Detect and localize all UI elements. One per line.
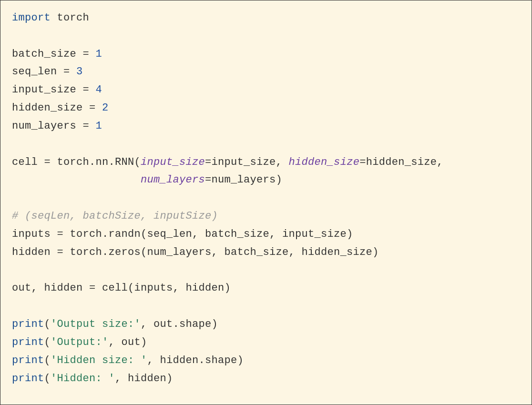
code-line-19: print('Output:', out) — [12, 336, 147, 348]
builtin-print: print — [12, 373, 44, 385]
eq-text: =hidden_size, — [359, 156, 443, 168]
keyword-import: import — [12, 12, 51, 24]
code-line-13: inputs = torch.randn(seq_len, batch_size… — [12, 228, 353, 240]
builtin-print: print — [12, 354, 44, 366]
assign-text: num_layers = — [12, 120, 96, 132]
rest-text: , out) — [109, 336, 147, 348]
code-line-7: num_layers = 1 — [12, 120, 102, 132]
code-line-4: seq_len = 3 — [12, 66, 83, 78]
paren: ( — [44, 336, 51, 348]
assign-text: seq_len = — [12, 66, 76, 78]
assign-text: batch_size = — [12, 48, 96, 60]
rest-text: , out.shape) — [141, 318, 218, 330]
builtin-print: print — [12, 336, 44, 348]
code-line-18: print('Output size:', out.shape) — [12, 318, 218, 330]
paren: ( — [44, 318, 51, 330]
string-literal: 'Hidden size: ' — [51, 354, 147, 366]
kwarg-hidden-size: hidden_size — [289, 156, 360, 168]
kwarg-input-size: input_size — [141, 156, 205, 168]
assign-text: input_size = — [12, 84, 96, 96]
number-literal: 1 — [96, 48, 102, 60]
code-line-3: batch_size = 1 — [12, 48, 102, 60]
call-pre: cell = torch.nn.RNN( — [12, 156, 141, 168]
code-line-14: hidden = torch.zeros(num_layers, batch_s… — [12, 246, 379, 258]
code-line-16: out, hidden = cell(inputs, hidden) — [12, 282, 231, 294]
builtin-print: print — [12, 318, 44, 330]
code-line-5: input_size = 4 — [12, 84, 102, 96]
code-line-12: # (seqLen, batchSize, inputSize) — [12, 210, 218, 222]
eq-text: =num_layers) — [205, 174, 282, 186]
code-line-6: hidden_size = 2 — [12, 102, 109, 114]
comment-text: # (seqLen, batchSize, inputSize) — [12, 210, 218, 222]
rest-text: , hidden) — [115, 373, 173, 385]
paren: ( — [44, 373, 51, 385]
code-line-10: num_layers=num_layers) — [12, 174, 282, 186]
code-line-9: cell = torch.nn.RNN(input_size=input_siz… — [12, 156, 443, 168]
eq-text: =input_size, — [205, 156, 289, 168]
assign-text: hidden_size = — [12, 102, 102, 114]
string-literal: 'Output:' — [51, 336, 109, 348]
string-literal: 'Hidden: ' — [51, 373, 115, 385]
kwarg-num-layers: num_layers — [141, 174, 205, 186]
number-literal: 3 — [76, 66, 83, 78]
number-literal: 1 — [96, 120, 102, 132]
number-literal: 4 — [96, 84, 102, 96]
paren: ( — [44, 354, 51, 366]
indent — [12, 174, 141, 186]
code-block: import torch batch_size = 1 seq_len = 3 … — [0, 0, 532, 405]
string-literal: 'Output size:' — [51, 318, 141, 330]
rest-text: , hidden.shape) — [147, 354, 244, 366]
code-line-20: print('Hidden size: ', hidden.shape) — [12, 354, 244, 366]
module-name: torch — [51, 12, 89, 24]
number-literal: 2 — [102, 102, 109, 114]
code-line-21: print('Hidden: ', hidden) — [12, 373, 173, 385]
code-line-1: import torch — [12, 12, 89, 24]
